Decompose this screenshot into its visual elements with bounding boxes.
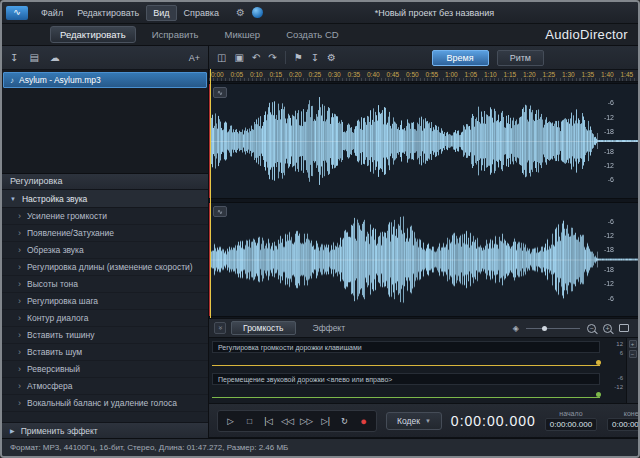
marker-icon[interactable]: ⚑ <box>294 52 303 63</box>
timeline-ruler[interactable]: 0:000:050:100:150:200:250:300:350:400:45… <box>209 70 638 82</box>
end-label: конец <box>607 410 640 417</box>
chevron-right-icon: › <box>18 228 21 238</box>
adjust-effect-label: Регулировка длины (изменение скорости) <box>27 262 193 272</box>
menu-help[interactable]: Справка <box>177 5 226 21</box>
adjust-effect-item[interactable]: ›Регулировка длины (изменение скорости) <box>2 259 208 276</box>
pan-automation-lane[interactable]: Перемещение звуковой дорожки <влево или … <box>212 373 600 401</box>
import-media-icon[interactable]: ↧ <box>10 52 18 63</box>
adjust-effect-item[interactable]: ›Реверсивный <box>2 361 208 378</box>
left-panel: ↧▤☁A+ ♪ Asylum - Asylum.mp3 Регулировка … <box>2 46 209 438</box>
waveform-channel-1[interactable]: ∿-6-6-12-12-18-18 <box>209 83 638 199</box>
redo-icon[interactable]: ↷ <box>268 52 276 63</box>
adjust-effect-item[interactable]: ›Атмосфера <box>2 378 208 395</box>
to-end-button[interactable]: ▷| <box>317 413 334 429</box>
zoom-region-icon[interactable] <box>619 324 629 332</box>
copy-icon[interactable]: ◫ <box>217 52 226 63</box>
adjust-effect-item[interactable]: ›Вокальный баланс и удаление голоса <box>2 395 208 412</box>
tab-volume[interactable]: Громкость <box>231 321 296 335</box>
pan-envelope-line[interactable] <box>212 397 600 398</box>
titlebar: ∿ ФайлРедактироватьВидСправка ⚙ *Новый п… <box>2 2 638 24</box>
record-button[interactable]: ● <box>355 413 372 429</box>
collapse-panel-icon[interactable]: » <box>214 322 226 334</box>
sound-settings-group-toggle[interactable]: ▼ Настройка звука <box>2 190 208 208</box>
lane-scroll-strip: + − <box>626 338 638 403</box>
to-start-button[interactable]: |◁ <box>260 413 277 429</box>
ruler-minor-ticks <box>209 78 638 81</box>
settings-icon[interactable]: ⚙ <box>327 52 336 63</box>
adjust-effect-item[interactable]: ›Усиление громкости <box>2 208 208 225</box>
lane-label: Перемещение звуковой дорожки <влево или … <box>212 373 600 385</box>
clip-badge[interactable]: ∿ <box>213 87 227 98</box>
folder-icon[interactable]: ▤ <box>29 52 38 63</box>
time-mode-button[interactable]: Время <box>432 50 489 66</box>
adjust-effect-item[interactable]: ›Появление/Затухание <box>2 225 208 242</box>
lane-zoom-out-icon[interactable]: − <box>629 350 637 358</box>
volume-automation-lane[interactable]: Регулировка громкости дорожки клавишами <box>212 341 600 369</box>
envelope-handle[interactable] <box>596 360 601 365</box>
zoom-in-icon[interactable]: + <box>603 324 612 333</box>
chevron-right-icon: › <box>18 262 21 272</box>
paste-icon[interactable]: ▣ <box>234 52 243 63</box>
db-scale-label: -12 <box>604 161 614 168</box>
adjust-effect-item[interactable]: ›Вставить тишину <box>2 327 208 344</box>
waveform-canvas[interactable] <box>209 203 638 317</box>
tab-effect[interactable]: Эффект <box>301 321 358 335</box>
tab-mixer[interactable]: Микшер <box>215 26 271 43</box>
menu-edit[interactable]: Редактировать <box>70 5 146 21</box>
zoom-slider-thumb[interactable] <box>542 326 547 331</box>
adjust-effect-item[interactable]: ›Вставить шум <box>2 344 208 361</box>
waveform-canvas[interactable] <box>209 84 638 198</box>
zoom-out-icon[interactable]: − <box>587 324 596 333</box>
play-button[interactable]: ▷ <box>222 413 239 429</box>
gear-icon[interactable]: ⚙ <box>236 7 245 18</box>
adjust-effect-item[interactable]: ›Обрезка звука <box>2 242 208 259</box>
titlebar-icons: ⚙ <box>236 7 263 18</box>
menu-view[interactable]: Вид <box>146 5 176 21</box>
tab-create-cd[interactable]: Создать CD <box>276 26 348 43</box>
codec-button[interactable]: Кодек ▼ <box>386 412 442 430</box>
lower-tabbar: » Громкость Эффект ◈ − + <box>209 318 638 338</box>
text-to-speech-icon[interactable]: A+ <box>189 53 200 63</box>
apply-effect-button[interactable]: ▶ Применить эффект <box>2 422 208 438</box>
app-icon: ∿ <box>6 6 28 20</box>
db-scale-label: -18 <box>604 127 614 134</box>
tab-edit[interactable]: Редактировать <box>50 26 136 43</box>
ruler-tick: 1:00 <box>445 71 458 78</box>
adjust-effect-item[interactable]: ›Контур диалога <box>2 310 208 327</box>
ruler-tick: 1:15 <box>504 71 517 78</box>
list-item[interactable]: ♪ Asylum - Asylum.mp3 <box>3 72 207 88</box>
clip-badge[interactable]: ∿ <box>213 206 227 217</box>
in-out-times: начало конец 0:00:00.000 0:00:00.000 <box>545 410 640 431</box>
loop-button[interactable]: ↻ <box>336 413 353 429</box>
cloud-download-icon[interactable]: ☁ <box>50 52 60 63</box>
room-tabbar: РедактироватьИсправитьМикшерСоздать CDAu… <box>2 24 638 46</box>
stop-button[interactable]: □ <box>241 413 258 429</box>
undo-icon[interactable]: ↶ <box>252 52 260 63</box>
scroll-tool-icon[interactable]: ◈ <box>513 324 519 333</box>
directorzone-icon[interactable] <box>252 7 263 18</box>
editing-area: ◫▣↶↷⚑↧⚙Время Ритм 0:000:050:100:150:200:… <box>209 46 638 438</box>
adjust-effect-item[interactable]: ›Высоты тона <box>2 276 208 293</box>
tab-fix[interactable]: Исправить <box>142 26 209 43</box>
ruler-tick: 0:25 <box>309 71 322 78</box>
zoom-slider[interactable] <box>526 328 580 329</box>
envelope-handle[interactable] <box>596 392 601 397</box>
forward-button[interactable]: ▷▷ <box>298 413 315 429</box>
playhead[interactable] <box>210 69 211 318</box>
adjust-effect-item[interactable]: ›Регулировка шага <box>2 293 208 310</box>
ruler-tick: 1:10 <box>484 71 497 78</box>
rewind-button[interactable]: ◁◁ <box>279 413 296 429</box>
beat-mode-button[interactable]: Ритм <box>497 50 544 66</box>
file-format-info: Формат: MP3, 44100Гц, 16-бит, Стерео, Дл… <box>10 443 288 452</box>
menu-file[interactable]: Файл <box>34 5 70 21</box>
window-title: *Новый проект без названия <box>375 8 494 18</box>
volume-envelope-line[interactable] <box>212 365 600 366</box>
ruler-tick: 0:30 <box>328 71 341 78</box>
automation-scale-label: 6 <box>603 350 623 356</box>
download-icon[interactable]: ↧ <box>311 52 319 63</box>
lane-zoom-in-icon[interactable]: + <box>629 340 637 348</box>
db-scale-label: -18 <box>604 266 614 273</box>
media-library[interactable]: ♪ Asylum - Asylum.mp3 <box>2 70 208 174</box>
transport-bar: ▷□|◁◁◁▷▷▷|↻● Кодек ▼ 0:00:00.000 начало … <box>209 404 638 438</box>
waveform-channel-2[interactable]: ∿-6-6-12-12-18-18 <box>209 202 638 318</box>
